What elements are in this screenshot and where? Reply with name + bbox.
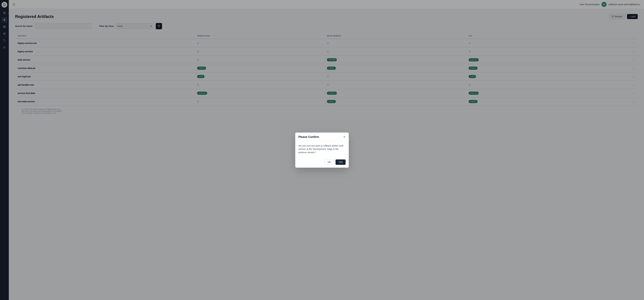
modal-footer: NO YES — [295, 157, 349, 168]
no-button[interactable]: NO — [325, 159, 334, 165]
confirm-modal: Please Confirm ✕ Are you sure you want t… — [295, 133, 349, 168]
modal-message: Are you sure you want to rollback artifa… — [298, 144, 346, 154]
modal-overlay: Please Confirm ✕ Are you sure you want t… — [0, 0, 644, 300]
modal-close-button[interactable]: ✕ — [343, 136, 346, 138]
modal-header: Please Confirm ✕ — [295, 133, 349, 141]
yes-button[interactable]: YES — [336, 159, 346, 165]
modal-title: Please Confirm — [298, 135, 319, 139]
modal-body: Are you sure you want to rollback artifa… — [295, 141, 349, 157]
